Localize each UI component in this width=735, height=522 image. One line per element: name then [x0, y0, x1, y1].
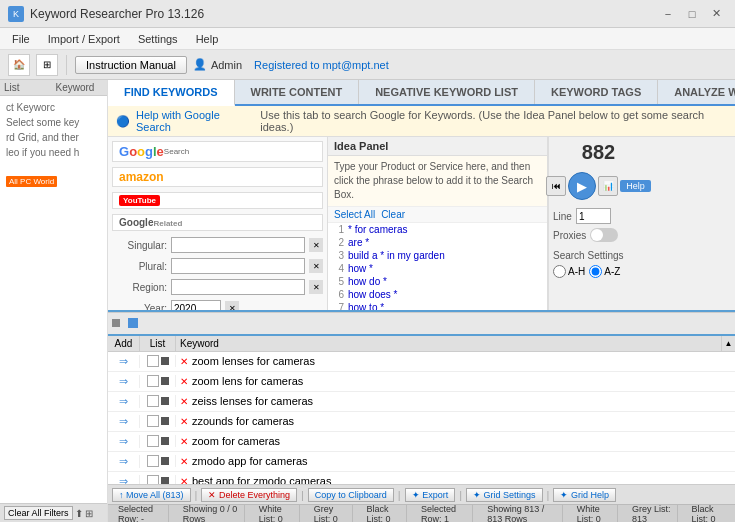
year-clear-button[interactable]: ✕: [225, 301, 239, 310]
x-icon-2[interactable]: ✕: [180, 396, 188, 407]
x-icon-0[interactable]: ✕: [180, 356, 188, 367]
toolbar-separator: [66, 55, 67, 75]
tab-analyze-webpage[interactable]: ANALYZE WEBPAGE: [658, 80, 735, 104]
grid-help-button[interactable]: ✦ Grid Help: [553, 488, 616, 502]
idea-line-3[interactable]: 3 build a * in my garden: [328, 249, 547, 262]
status-sep-2: |: [301, 489, 304, 501]
tab-find-keywords[interactable]: FIND KEYWORDS: [108, 80, 235, 106]
checkbox-0[interactable]: [147, 355, 159, 367]
x-icon-6[interactable]: ✕: [180, 476, 188, 485]
idea-line-5[interactable]: 5 how do *: [328, 275, 547, 288]
grid-settings-button[interactable]: ✦ Grid Settings: [466, 488, 543, 502]
idea-line-1[interactable]: 1 * for cameras: [328, 223, 547, 236]
clear-all-filters-button[interactable]: Clear All Filters: [4, 506, 73, 520]
radio-a-z[interactable]: A-Z: [589, 265, 620, 278]
add-arrow-4[interactable]: ⇒: [119, 435, 128, 448]
add-arrow-1[interactable]: ⇒: [119, 375, 128, 388]
google-related-engine[interactable]: GoogleRelated: [112, 214, 323, 231]
singular-clear-button[interactable]: ✕: [309, 238, 323, 252]
plural-clear-button[interactable]: ✕: [309, 259, 323, 273]
mini-sq-3: [161, 417, 169, 425]
region-clear-button[interactable]: ✕: [309, 280, 323, 294]
grid-scroll-up[interactable]: ▲: [721, 336, 735, 351]
play-button[interactable]: ▶: [568, 172, 596, 200]
add-arrow-6[interactable]: ⇒: [119, 475, 128, 485]
idea-line-2[interactable]: 2 are *: [328, 236, 547, 249]
proxies-toggle[interactable]: [590, 228, 618, 242]
add-arrow-0[interactable]: ⇒: [119, 355, 128, 368]
amazon-engine[interactable]: amazon: [112, 167, 323, 187]
expand-icon[interactable]: ⬆: [75, 508, 83, 519]
x-icon-1[interactable]: ✕: [180, 376, 188, 387]
clear-link[interactable]: Clear: [381, 209, 405, 220]
title-bar: K Keyword Researcher Pro 13.126 − □ ✕: [0, 0, 735, 28]
showing-813-label: Showing 813 / 813 Rows: [481, 504, 563, 523]
cell-add-6: ⇒: [108, 475, 140, 485]
idea-line-7[interactable]: 7 how to *: [328, 301, 547, 310]
google-related-logo: GoogleRelated: [119, 217, 182, 228]
plural-input[interactable]: [171, 258, 305, 274]
checkbox-5[interactable]: [147, 455, 159, 467]
maximize-button[interactable]: □: [681, 6, 703, 22]
proxies-label: Proxies: [553, 230, 586, 241]
checkbox-4[interactable]: [147, 435, 159, 447]
window-controls: − □ ✕: [657, 6, 727, 22]
region-input[interactable]: [171, 279, 305, 295]
copy-clipboard-button[interactable]: Copy to Clipboard: [308, 488, 394, 502]
all-pc-world-badge: All PC World: [6, 176, 57, 187]
year-input[interactable]: [171, 300, 221, 310]
delete-everything-button[interactable]: ✕ Delete Everything: [201, 488, 297, 502]
grid-row-5: ⇒ ✕ zmodo app for cameras: [108, 452, 735, 472]
checkbox-1[interactable]: [147, 375, 159, 387]
cell-add-2: ⇒: [108, 395, 140, 408]
cell-kw-5: ✕ zmodo app for cameras: [176, 455, 735, 467]
home-icon-button[interactable]: 🏠: [8, 54, 30, 76]
checkbox-6[interactable]: [147, 475, 159, 484]
cell-list-3: [140, 415, 176, 427]
menu-bar: File Import / Export Settings Help: [0, 28, 735, 50]
radio-a-h[interactable]: A-H: [553, 265, 585, 278]
collapse-icon[interactable]: ⊞: [85, 508, 93, 519]
singular-input[interactable]: [171, 237, 305, 253]
radio-a-z-input[interactable]: [589, 265, 602, 278]
idea-line-6[interactable]: 6 how does *: [328, 288, 547, 301]
radio-a-h-input[interactable]: [553, 265, 566, 278]
close-button[interactable]: ✕: [705, 6, 727, 22]
help-google-search-link[interactable]: Help with Google Search: [136, 109, 254, 133]
google-search-engine[interactable]: Google Search: [112, 141, 323, 162]
idea-panel-header: Idea Panel: [328, 137, 547, 156]
menu-settings[interactable]: Settings: [130, 31, 186, 47]
move-all-button[interactable]: ↑ Move All (813): [112, 488, 191, 502]
line-num-2: 2: [328, 237, 348, 248]
select-all-link[interactable]: Select All: [334, 209, 375, 220]
checkbox-3[interactable]: [147, 415, 159, 427]
add-arrow-3[interactable]: ⇒: [119, 415, 128, 428]
export-button[interactable]: ✦ Export: [405, 488, 456, 502]
line-number-input[interactable]: [576, 208, 611, 224]
x-icon-3[interactable]: ✕: [180, 416, 188, 427]
add-arrow-5[interactable]: ⇒: [119, 455, 128, 468]
menu-import-export[interactable]: Import / Export: [40, 31, 128, 47]
keyword-text-6: best app for zmodo cameras: [192, 475, 331, 484]
minimize-button[interactable]: −: [657, 6, 679, 22]
line-num-7: 7: [328, 302, 348, 310]
google-search-label: Search: [164, 147, 189, 156]
all-pc-world: All PC World: [0, 172, 107, 191]
checkbox-2[interactable]: [147, 395, 159, 407]
grid-icon-button[interactable]: ⊞: [36, 54, 58, 76]
tab-write-content[interactable]: WRITE CONTENT: [235, 80, 360, 104]
menu-file[interactable]: File: [4, 31, 38, 47]
bar-chart-button[interactable]: 📊: [598, 176, 618, 196]
tab-negative-keyword[interactable]: NEGATIVE KEYWORD LIST: [359, 80, 535, 104]
idea-line-4[interactable]: 4 how *: [328, 262, 547, 275]
tab-keyword-tags[interactable]: KEYWORD TAGS: [535, 80, 658, 104]
menu-help[interactable]: Help: [188, 31, 227, 47]
help-button[interactable]: Help: [620, 180, 651, 192]
x-icon-5[interactable]: ✕: [180, 456, 188, 467]
rewind-button[interactable]: ⏮: [546, 176, 566, 196]
add-arrow-2[interactable]: ⇒: [119, 395, 128, 408]
youtube-engine[interactable]: YouTube: [112, 192, 323, 209]
instruction-manual-button[interactable]: Instruction Manual: [75, 56, 187, 74]
grey-list-0-label: Grey List: 0: [308, 504, 353, 523]
x-icon-4[interactable]: ✕: [180, 436, 188, 447]
